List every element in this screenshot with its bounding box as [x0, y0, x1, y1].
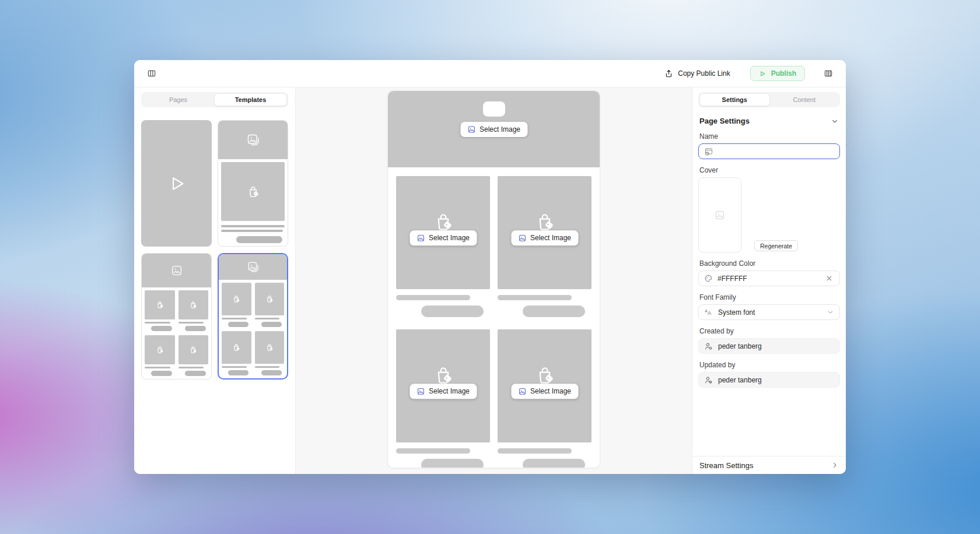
copy-public-link-button[interactable]: Copy Public Link: [661, 69, 733, 79]
image-icon: [416, 387, 425, 395]
clear-color-button[interactable]: [824, 273, 834, 284]
chevron-down-icon: [831, 117, 839, 125]
columns-layout-icon: [147, 69, 156, 78]
stream-settings-label: Stream Settings: [699, 461, 754, 470]
select-image-button[interactable]: Select Image: [410, 230, 477, 245]
select-image-button[interactable]: Select Image: [460, 122, 527, 137]
template-body: [142, 287, 211, 379]
skeleton-pill: [185, 371, 206, 376]
select-image-button[interactable]: Select Image: [511, 230, 578, 245]
publish-button[interactable]: Publish: [750, 66, 805, 81]
background-color-input[interactable]: [718, 275, 819, 283]
template-body: [219, 280, 287, 378]
image-icon: [518, 234, 526, 242]
created-by-field: peder tanberg: [698, 338, 840, 354]
image-icon: [518, 387, 526, 395]
updated-by-label: Updated by: [699, 361, 839, 369]
template-body: [218, 159, 288, 246]
skeleton-line: [221, 230, 283, 232]
image-icon: [416, 234, 425, 242]
play-icon: [166, 173, 187, 194]
template-thumb-video[interactable]: [141, 120, 212, 247]
photos-stack-icon: [247, 261, 260, 273]
product-grid: Select Image: [388, 167, 600, 468]
template-header-placeholder: [142, 254, 211, 287]
skeleton-line: [145, 322, 170, 324]
page-settings-section-header[interactable]: Page Settings: [699, 117, 839, 125]
skeleton-line: [178, 367, 204, 368]
user-plus-icon: [704, 342, 713, 351]
chevron-right-icon: [831, 461, 839, 469]
template-thumb-single-product[interactable]: [218, 120, 288, 247]
palette-icon: [704, 274, 713, 283]
background-color-label: Background Color: [699, 259, 839, 268]
product-image-placeholder: Select Image: [498, 176, 592, 289]
select-image-button[interactable]: Select Image: [511, 384, 578, 399]
right-sidebar: Settings Content Page Settings Name: [692, 87, 846, 474]
top-bar: Copy Public Link Publish: [134, 60, 846, 87]
tab-pages[interactable]: Pages: [142, 93, 214, 106]
background-color-field: [698, 270, 840, 286]
skeleton-pill: [151, 371, 172, 376]
mini-product-cell: [178, 335, 209, 376]
mini-product-cell: [255, 283, 285, 327]
select-image-label: Select Image: [530, 234, 571, 242]
mini-product-cell: [255, 331, 285, 375]
image-icon: [467, 125, 475, 134]
select-image-label: Select Image: [530, 387, 571, 395]
template-thumb-grid-tall-selected[interactable]: [218, 253, 288, 380]
mini-product-cell: [222, 283, 251, 327]
select-image-label: Select Image: [480, 125, 520, 134]
created-by-value: peder tanberg: [718, 342, 762, 350]
tab-templates[interactable]: Templates: [214, 93, 287, 106]
product-image-placeholder: Select Image: [498, 329, 592, 442]
product-image-placeholder: Select Image: [396, 176, 490, 289]
skeleton-pill: [185, 326, 206, 331]
skeleton-pill: [228, 370, 249, 375]
product-card: Select Image: [396, 176, 490, 317]
regenerate-button[interactable]: Regenerate: [754, 240, 798, 251]
chevron-down-icon: [827, 308, 834, 316]
skeleton-pill: [236, 236, 282, 243]
skeleton-line: [221, 225, 285, 227]
updated-by-field: peder tanberg: [698, 372, 840, 388]
tab-settings[interactable]: Settings: [699, 93, 770, 106]
skeleton-line: [396, 448, 470, 454]
mini-product-cell: [178, 290, 209, 331]
skeleton-line: [145, 367, 170, 368]
skeleton-line: [222, 318, 247, 319]
cover-image-placeholder[interactable]: [698, 177, 741, 252]
hero-icon-ghost: [483, 101, 505, 116]
share-icon: [664, 69, 673, 78]
select-image-button[interactable]: Select Image: [410, 384, 477, 399]
left-panel-toggle-button[interactable]: [145, 66, 159, 80]
font-family-select[interactable]: A A System font: [698, 304, 840, 320]
template-header-placeholder: [218, 121, 288, 159]
left-sidebar: Pages Templates: [134, 87, 296, 474]
select-image-label: Select Image: [429, 234, 470, 242]
user-edit-icon: [704, 375, 713, 385]
image-icon: [715, 210, 725, 220]
right-sidebar-tabs: Settings Content: [698, 92, 840, 107]
skeleton-pill: [261, 322, 282, 327]
hero-image-placeholder: Select Image: [388, 91, 600, 167]
canvas-area: Select Image S: [296, 87, 692, 474]
skeleton-pill: [151, 326, 172, 331]
font-family-label: Font Family: [699, 293, 839, 301]
skeleton-line: [255, 318, 280, 319]
name-label: Name: [699, 132, 839, 140]
right-panel-toggle-button[interactable]: [821, 66, 835, 80]
name-field: [698, 143, 840, 159]
skeleton-line: [498, 295, 572, 300]
publish-play-icon: [759, 70, 766, 78]
stream-settings-row[interactable]: Stream Settings: [692, 456, 846, 474]
mini-product-cell: [222, 331, 251, 375]
updated-by-value: peder tanberg: [718, 376, 762, 384]
svg-text:A: A: [708, 310, 712, 316]
tab-content[interactable]: Content: [770, 93, 839, 106]
created-by-label: Created by: [699, 327, 839, 335]
skeleton-line: [178, 322, 204, 324]
template-thumb-grid-square[interactable]: [141, 253, 212, 380]
name-input[interactable]: [718, 147, 834, 156]
product-image-placeholder: [221, 162, 285, 221]
